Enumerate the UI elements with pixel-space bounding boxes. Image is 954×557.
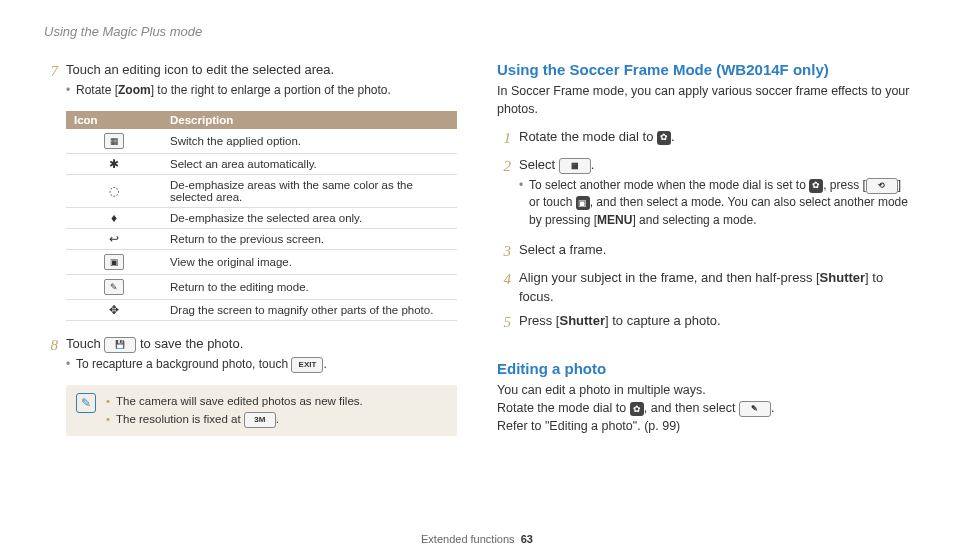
table-row: ▦Switch the applied option. xyxy=(66,129,457,154)
back-badge: ⟲ xyxy=(866,178,898,194)
section-heading-editing: Editing a photo xyxy=(497,360,910,377)
step-3: 3 Select a frame. xyxy=(497,241,910,263)
mode-dial-icon: ✿ xyxy=(630,402,644,416)
menu-badge: MENU xyxy=(597,213,632,227)
edit-icon: ✎ xyxy=(739,401,771,417)
table-row: ▣View the original image. xyxy=(66,250,457,275)
return-previous-icon: ↩ xyxy=(109,232,119,246)
step-4: 4 Align your subject in the frame, and t… xyxy=(497,269,910,307)
section-heading-soccer: Using the Soccer Frame Mode (WB2014F onl… xyxy=(497,61,910,78)
resolution-badge: 3M xyxy=(244,412,276,428)
drag-magnify-icon: ✥ xyxy=(109,303,119,317)
save-icon: 💾 xyxy=(104,337,136,353)
step-2: 2 Select ▦. To select another mode when … xyxy=(497,156,910,235)
select-icon: ▦ xyxy=(559,158,591,174)
note-line: The camera will save edited photos as ne… xyxy=(106,393,363,410)
mode-dial-icon: ✿ xyxy=(657,131,671,145)
exit-badge: EXIT xyxy=(291,357,323,373)
left-column: 7 Touch an editing icon to edit the sele… xyxy=(44,61,457,446)
note-line: The resolution is fixed at 3M. xyxy=(106,411,363,428)
note-icon: ✎ xyxy=(76,393,96,413)
icon-table: Icon Description ▦Switch the applied opt… xyxy=(66,111,457,321)
step-sub: Rotate [Zoom] to the right to enlarge a … xyxy=(66,82,457,99)
table-row: ♦De-emphasize the selected area only. xyxy=(66,208,457,229)
step-5: 5 Press [Shutter] to capture a photo. xyxy=(497,312,910,334)
step-sub: To select another mode when the mode dia… xyxy=(519,177,910,229)
table-row: ✱Select an area automatically. xyxy=(66,154,457,175)
table-row: ↩Return to the previous screen. xyxy=(66,229,457,250)
section-intro: In Soccer Frame mode, you can apply vari… xyxy=(497,82,910,118)
step-text: Touch an editing icon to edit the select… xyxy=(66,62,334,77)
step-7: 7 Touch an editing icon to edit the sele… xyxy=(44,61,457,105)
step-number: 8 xyxy=(44,335,58,379)
note-box: ✎ The camera will save edited photos as … xyxy=(66,385,457,436)
step-8: 8 Touch 💾 to save the photo. To recaptur… xyxy=(44,335,457,379)
view-original-icon: ▣ xyxy=(104,254,124,270)
table-row: ✥Drag the screen to magnify other parts … xyxy=(66,300,457,321)
step-number: 7 xyxy=(44,61,58,105)
table-header-icon: Icon xyxy=(66,111,162,129)
return-editing-icon: ✎ xyxy=(104,279,124,295)
table-header-desc: Description xyxy=(162,111,457,129)
deemphasize-color-icon: ◌ xyxy=(109,184,119,198)
page-footer: Extended functions 63 xyxy=(0,533,954,545)
page-header: Using the Magic Plus mode xyxy=(44,24,910,39)
table-row: ◌De-emphasize areas with the same color … xyxy=(66,175,457,208)
right-column: Using the Soccer Frame Mode (WB2014F onl… xyxy=(497,61,910,446)
editing-intro: You can edit a photo in multiple ways. R… xyxy=(497,381,910,435)
page-number: 63 xyxy=(521,533,533,545)
mode-dial-icon: ✿ xyxy=(809,179,823,193)
step-sub: To recapture a background photo, touch E… xyxy=(66,356,457,373)
home-icon: ▣ xyxy=(576,196,590,210)
auto-select-icon: ✱ xyxy=(109,157,119,171)
switch-option-icon: ▦ xyxy=(104,133,124,149)
step-1: 1 Rotate the mode dial to ✿. xyxy=(497,128,910,150)
table-row: ✎Return to the editing mode. xyxy=(66,275,457,300)
deemphasize-area-icon: ♦ xyxy=(111,211,117,225)
